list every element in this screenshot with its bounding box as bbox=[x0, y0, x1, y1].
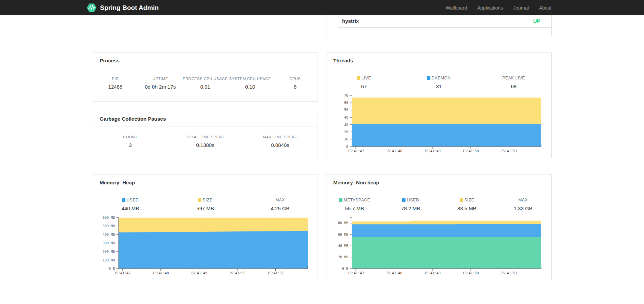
svg-text:15:41:47: 15:41:47 bbox=[348, 271, 364, 275]
memory-heap-chart: 0 B100 MB200 MB300 MB400 MB500 MB600 MB1… bbox=[95, 214, 318, 277]
threads-chart: 01020304050607015:41:4715:41:4815:41:491… bbox=[328, 92, 551, 155]
memory-nonheap-chart: 0 B20 MB40 MB60 MB80 MB15:41:4715:41:481… bbox=[328, 214, 551, 277]
spring-boot-admin-logo-icon bbox=[87, 3, 97, 13]
application-status-card: hystrix UP bbox=[326, 15, 552, 36]
stat-uptime: UPTIME 0d 0h 2m 17s bbox=[138, 77, 183, 90]
memory-heap-card: Memory: Heap USED 440 MB SIZE 597 MB bbox=[93, 174, 318, 280]
svg-text:400 MB: 400 MB bbox=[102, 233, 114, 237]
daemon-series-swatch bbox=[427, 76, 430, 80]
svg-text:0: 0 bbox=[346, 145, 348, 149]
legend-item-max: MAX 1.33 GB bbox=[495, 198, 551, 211]
svg-text:600 MB: 600 MB bbox=[102, 216, 114, 219]
svg-text:15:41:51: 15:41:51 bbox=[501, 149, 517, 153]
legend-item-daemon: DAEMON 31 bbox=[401, 76, 476, 89]
threads-card: Threads LIVE 67 DAEMON 31 bbox=[326, 52, 552, 158]
nonheap-legend: METASPACE 55.7 MB USED 78.2 MB SIZE bbox=[326, 190, 551, 213]
nav-wallboard[interactable]: Wallboard bbox=[435, 5, 467, 11]
stat-gc-max-time: MAX TIME SPENT 0.0840s bbox=[243, 135, 318, 148]
svg-text:15:41:50: 15:41:50 bbox=[462, 149, 479, 153]
nav-links: Wallboard Applications Journal About bbox=[435, 5, 552, 11]
brand-title: Spring Boot Admin bbox=[100, 4, 159, 12]
memory-nonheap-card: Memory: Non heap METASPACE 55.7 MB USED … bbox=[326, 174, 552, 280]
legend-item-max: MAX 4.25 GB bbox=[243, 198, 318, 211]
nav-about[interactable]: About bbox=[529, 5, 552, 11]
svg-text:15:41:50: 15:41:50 bbox=[229, 271, 245, 275]
stat-process-cpu-usage: PROCESS CPU USAGE 0.01 bbox=[183, 77, 228, 90]
gc-card-title: Garbage Collection Pauses bbox=[93, 111, 318, 126]
metaspace-series-swatch bbox=[339, 198, 342, 202]
navbar: Spring Boot Admin Wallboard Applications… bbox=[0, 0, 644, 15]
size-series-swatch bbox=[460, 198, 463, 202]
legend-item-used: USED 78.2 MB bbox=[383, 198, 439, 211]
main-content: hystrix UP Process PID 12488 UPTIME 0d 0 bbox=[93, 15, 552, 280]
brand-link[interactable]: Spring Boot Admin bbox=[87, 3, 159, 13]
svg-text:15:41:49: 15:41:49 bbox=[190, 271, 207, 275]
legend-item-size: SIZE 83.5 MB bbox=[439, 198, 495, 211]
stat-pid: PID 12488 bbox=[93, 77, 138, 90]
svg-text:200 MB: 200 MB bbox=[102, 250, 114, 254]
legend-item-live: LIVE 67 bbox=[326, 76, 401, 89]
empty-left-column bbox=[93, 15, 318, 36]
svg-text:60: 60 bbox=[344, 101, 348, 105]
process-stats: PID 12488 UPTIME 0d 0h 2m 17s PROCESS CP… bbox=[93, 68, 318, 99]
svg-text:15:41:50: 15:41:50 bbox=[462, 271, 479, 275]
svg-text:40: 40 bbox=[344, 116, 348, 119]
svg-text:15:41:49: 15:41:49 bbox=[424, 149, 441, 153]
process-card-title: Process bbox=[93, 53, 318, 68]
legend-item-size: SIZE 597 MB bbox=[168, 198, 243, 211]
legend-item-metaspace: METASPACE 55.7 MB bbox=[326, 198, 383, 211]
live-series-swatch bbox=[357, 76, 360, 80]
svg-text:80 MB: 80 MB bbox=[338, 221, 348, 225]
application-row: hystrix UP bbox=[326, 15, 551, 27]
process-card: Process PID 12488 UPTIME 0d 0h 2m 17s PR… bbox=[93, 52, 318, 102]
svg-text:15:41:48: 15:41:48 bbox=[152, 271, 169, 275]
svg-text:15:41:51: 15:41:51 bbox=[501, 271, 517, 275]
svg-text:15:41:48: 15:41:48 bbox=[386, 149, 402, 153]
svg-text:10: 10 bbox=[344, 137, 348, 141]
svg-text:500 MB: 500 MB bbox=[102, 224, 114, 228]
size-series-swatch bbox=[198, 198, 201, 202]
gc-stats: COUNT 3 TOTAL TIME SPENT 0.1380s MAX TIM… bbox=[93, 126, 318, 157]
heap-legend: USED 440 MB SIZE 597 MB MAX 4.25 GB bbox=[93, 190, 318, 213]
stat-cpus: CPUS 8 bbox=[273, 77, 318, 90]
svg-text:20 MB: 20 MB bbox=[338, 255, 348, 259]
stat-gc-count: COUNT 3 bbox=[93, 135, 168, 148]
nonheap-card-title: Memory: Non heap bbox=[326, 175, 551, 190]
svg-text:30: 30 bbox=[344, 123, 348, 126]
svg-text:15:41:48: 15:41:48 bbox=[386, 271, 402, 275]
legend-item-peak-live: PEAK LIVE 68 bbox=[476, 76, 551, 89]
svg-text:15:41:47: 15:41:47 bbox=[114, 271, 131, 275]
legend-item-used: USED 440 MB bbox=[93, 198, 168, 211]
svg-text:0 B: 0 B bbox=[108, 267, 114, 271]
stat-system-cpu-usage: SYSTEM CPU USAGE 0.10 bbox=[228, 77, 273, 90]
heap-card-title: Memory: Heap bbox=[93, 175, 318, 190]
used-series-swatch bbox=[122, 198, 125, 202]
svg-text:100 MB: 100 MB bbox=[102, 258, 114, 262]
nav-applications[interactable]: Applications bbox=[467, 5, 503, 11]
application-status-badge: UP bbox=[533, 18, 540, 24]
svg-text:0 B: 0 B bbox=[342, 267, 348, 271]
nav-journal[interactable]: Journal bbox=[503, 5, 529, 11]
application-name-link[interactable]: hystrix bbox=[342, 18, 359, 24]
gc-pauses-card: Garbage Collection Pauses COUNT 3 TOTAL … bbox=[93, 111, 318, 158]
svg-text:40 MB: 40 MB bbox=[338, 244, 348, 248]
svg-text:70: 70 bbox=[344, 94, 348, 97]
svg-text:15:41:51: 15:41:51 bbox=[267, 271, 283, 275]
svg-text:300 MB: 300 MB bbox=[102, 241, 114, 245]
threads-card-title: Threads bbox=[326, 53, 551, 68]
threads-legend: LIVE 67 DAEMON 31 PEAK LIVE 68 bbox=[326, 68, 551, 91]
svg-text:50: 50 bbox=[344, 108, 348, 112]
used-series-swatch bbox=[402, 198, 405, 202]
svg-text:15:41:49: 15:41:49 bbox=[424, 271, 441, 275]
svg-text:15:41:47: 15:41:47 bbox=[348, 149, 364, 153]
svg-text:60 MB: 60 MB bbox=[338, 233, 348, 237]
svg-text:20: 20 bbox=[344, 130, 348, 134]
row-divider bbox=[338, 27, 551, 28]
stat-gc-total-time: TOTAL TIME SPENT 0.1380s bbox=[168, 135, 243, 148]
